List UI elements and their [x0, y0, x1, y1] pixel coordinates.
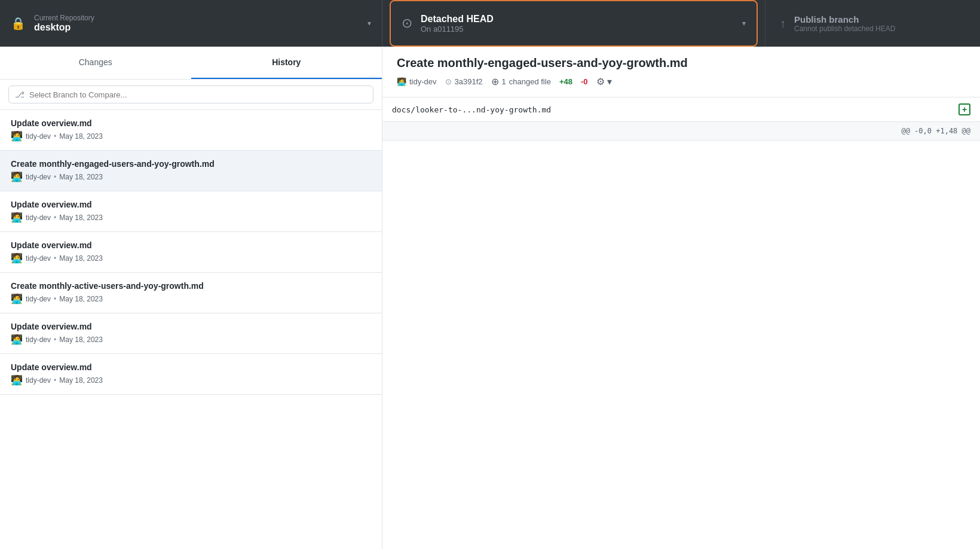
commit-author: tidy-dev: [26, 132, 51, 141]
commit-item[interactable]: Update overview.md 🧑‍💻 tidy-dev • May 18…: [0, 354, 382, 395]
right-panel: Create monthly-engaged-users-and-yoy-gro…: [382, 47, 980, 549]
commit-author: tidy-dev: [26, 295, 51, 303]
file-path: docs/looker-to-...nd-yoy-growth.md: [392, 105, 954, 114]
repo-text: Current Repository desktop: [34, 14, 359, 33]
author-name: tidy-dev: [409, 77, 437, 86]
diff-content: [382, 141, 980, 380]
commit-date: May 18, 2023: [59, 173, 103, 181]
commit-author: tidy-dev: [26, 173, 51, 181]
separator: •: [54, 376, 56, 385]
separator: •: [54, 336, 56, 344]
commit-item[interactable]: Create monthly-engaged-users-and-yoy-gro…: [0, 151, 382, 191]
commit-meta: 🧑‍💻 tidy-dev • May 18, 2023: [11, 293, 371, 304]
publish-icon: ↑: [780, 17, 786, 30]
additions-meta: +48: [559, 77, 572, 86]
commit-meta: 🧑‍💻 tidy-dev • May 18, 2023: [11, 374, 371, 386]
commit-item[interactable]: Update overview.md 🧑‍💻 tidy-dev • May 18…: [0, 313, 382, 354]
commit-meta: 🧑‍💻 tidy-dev • May 18, 2023: [11, 212, 371, 223]
commit-title: Create monthly-active-users-and-yoy-grow…: [11, 281, 371, 291]
commit-author: tidy-dev: [26, 336, 51, 344]
branch-compare-bar: ⎇: [0, 80, 382, 110]
commit-author-meta: 🧑‍💻 tidy-dev: [397, 77, 437, 86]
commit-sha: 3a391f2: [455, 77, 483, 86]
branch-sha: On a011195: [421, 25, 734, 33]
commit-author: tidy-dev: [26, 214, 51, 222]
commit-meta: 🧑‍💻 tidy-dev • May 18, 2023: [11, 252, 371, 264]
publish-subtitle: Cannot publish detached HEAD: [794, 25, 895, 33]
commit-author: tidy-dev: [26, 376, 51, 385]
search-input-wrapper[interactable]: ⎇: [8, 86, 373, 103]
commit-title: Create monthly-engaged-users-and-yoy-gro…: [11, 159, 371, 169]
separator: •: [54, 214, 56, 222]
branch-text: Detached HEAD On a011195: [421, 14, 734, 33]
gear-dropdown-icon: ▾: [607, 76, 612, 87]
tab-history[interactable]: History: [191, 47, 382, 79]
gear-icon: ⚙: [596, 76, 605, 87]
separator: •: [54, 132, 56, 141]
commit-meta: 🧑‍💻 tidy-dev • May 18, 2023: [11, 171, 371, 182]
commit-list: Update overview.md 🧑‍💻 tidy-dev • May 18…: [0, 110, 382, 549]
separator: •: [54, 173, 56, 181]
commit-title: Update overview.md: [11, 118, 371, 128]
commit-avatar: 🧑‍💻: [11, 252, 23, 264]
commit-avatar: 🧑‍💻: [11, 374, 23, 386]
commit-avatar: 🧑‍💻: [11, 212, 23, 223]
commit-title: Update overview.md: [11, 200, 371, 209]
commit-meta: 🧑‍💻 tidy-dev • May 18, 2023: [11, 130, 371, 142]
left-panel: Changes History ⎇ Update overview.md 🧑‍💻…: [0, 47, 382, 549]
changed-files-count: 1: [502, 77, 506, 86]
lock-icon: 🔒: [11, 16, 26, 30]
commit-title: Update overview.md: [11, 362, 371, 372]
search-input[interactable]: [29, 90, 367, 99]
changed-files-meta: ⊕ 1 changed file: [491, 76, 551, 87]
publish-text: Publish branch Cannot publish detached H…: [794, 14, 895, 33]
publish-title: Publish branch: [794, 14, 895, 25]
commit-title: Update overview.md: [11, 240, 371, 250]
commit-detail-header: Create monthly-engaged-users-and-yoy-gro…: [382, 47, 980, 97]
commit-author: tidy-dev: [26, 254, 51, 263]
commit-date: May 18, 2023: [59, 214, 103, 222]
commit-meta: 🧑‍💻 tidy-dev • May 18, 2023: [11, 334, 371, 345]
repo-label: Current Repository: [34, 14, 359, 22]
settings-button[interactable]: ⚙ ▾: [596, 76, 612, 87]
commit-date: May 18, 2023: [59, 336, 103, 344]
branch-dropdown-icon: ▾: [742, 19, 746, 28]
current-repo-section[interactable]: 🔒 Current Repository desktop ▾: [0, 0, 382, 47]
deletions-meta: -0: [581, 77, 588, 86]
main-content: Changes History ⎇ Update overview.md 🧑‍💻…: [0, 47, 980, 549]
commit-item[interactable]: Update overview.md 🧑‍💻 tidy-dev • May 18…: [0, 191, 382, 232]
tab-changes[interactable]: Changes: [0, 47, 191, 79]
separator: •: [54, 254, 56, 263]
commit-detail-meta: 🧑‍💻 tidy-dev ⊙ 3a391f2 ⊕ 1 changed file …: [397, 76, 966, 87]
deletions-count: -0: [581, 77, 588, 86]
branch-compare-icon: ⎇: [15, 90, 24, 99]
branch-title: Detached HEAD: [421, 14, 734, 25]
repo-name: desktop: [34, 22, 359, 33]
commit-title: Update overview.md: [11, 322, 371, 331]
changed-files-label: changed file: [509, 77, 551, 86]
additions-count: +48: [559, 77, 572, 86]
diff-icon: ⊕: [491, 76, 499, 87]
commit-avatar: 🧑‍💻: [11, 293, 23, 304]
commit-avatar: 🧑‍💻: [11, 171, 23, 182]
commit-icon: ⊙: [445, 77, 452, 86]
publish-section: ↑ Publish branch Cannot publish detached…: [765, 0, 980, 47]
diff-hunk-header: @@ -0,0 +1,48 @@: [382, 122, 980, 141]
file-header: docs/looker-to-...nd-yoy-growth.md +: [382, 97, 980, 122]
repo-dropdown-icon: ▾: [368, 19, 371, 28]
branch-icon: ⊙: [402, 16, 412, 31]
commit-item[interactable]: Create monthly-active-users-and-yoy-grow…: [0, 273, 382, 313]
commit-date: May 18, 2023: [59, 254, 103, 263]
commit-date: May 18, 2023: [59, 376, 103, 385]
commit-sha-meta: ⊙ 3a391f2: [445, 77, 483, 86]
hunk-range: @@ -0,0 +1,48 @@: [901, 127, 970, 135]
top-bar: 🔒 Current Repository desktop ▾ ⊙ Detache…: [0, 0, 980, 47]
author-avatar: 🧑‍💻: [397, 77, 406, 86]
diff-area: docs/looker-to-...nd-yoy-growth.md + @@ …: [382, 97, 980, 549]
commit-avatar: 🧑‍💻: [11, 334, 23, 345]
commit-item[interactable]: Update overview.md 🧑‍💻 tidy-dev • May 18…: [0, 232, 382, 273]
commit-date: May 18, 2023: [59, 132, 103, 141]
commit-item[interactable]: Update overview.md 🧑‍💻 tidy-dev • May 18…: [0, 110, 382, 151]
file-add-icon: +: [958, 103, 970, 115]
detached-head-section[interactable]: ⊙ Detached HEAD On a011195 ▾: [390, 0, 758, 47]
